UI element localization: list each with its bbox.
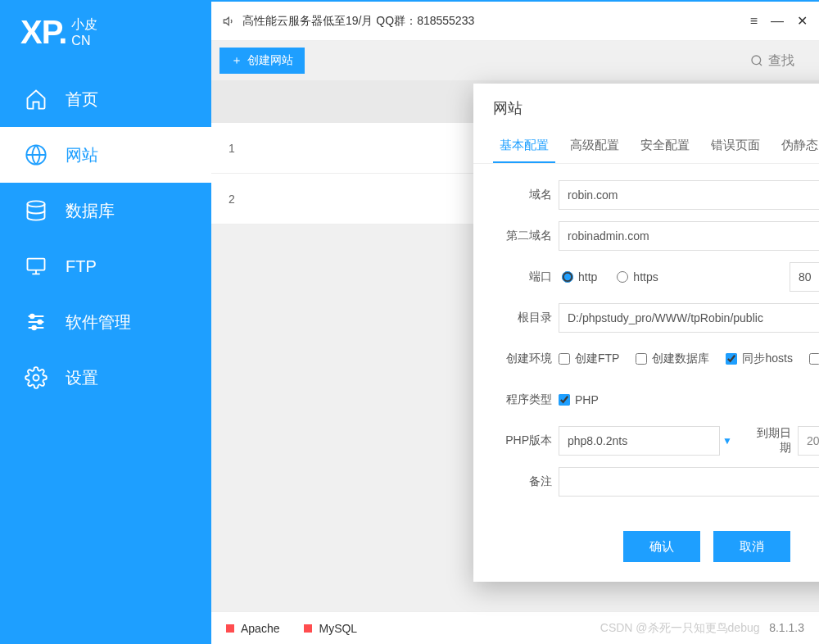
nav-label: 网站	[66, 144, 98, 166]
nav-database[interactable]: 数据库	[0, 183, 211, 238]
dropdown-icon: ▼	[722, 435, 732, 447]
radio-https[interactable]: https	[617, 270, 658, 283]
toolbar: ＋ 创建网站 查找	[211, 41, 819, 80]
main: 高性能云服务器低至19/月 QQ群：818555233 ≡ — ✕ ＋ 创建网站…	[211, 2, 819, 644]
label-phpver: PHP版本	[493, 433, 559, 448]
ftp-icon	[25, 255, 48, 278]
ok-button[interactable]: 确认	[623, 531, 700, 562]
nav-ftp[interactable]: FTP	[0, 238, 211, 294]
modal-body: 域名 第二域名 端口 http https 根目录	[473, 164, 819, 516]
announcement[interactable]: 高性能云服务器低至19/月 QQ群：818555233	[223, 14, 474, 29]
label-remark: 备注	[493, 474, 559, 489]
port-input[interactable]	[790, 262, 819, 292]
nav-label: 首页	[66, 88, 98, 111]
check-hosts[interactable]: 同步hosts	[726, 351, 792, 366]
tab-error[interactable]: 错误页面	[704, 129, 767, 163]
nav: 首页 网站 数据库 FTP 软件管理 设置	[0, 71, 211, 644]
nav-label: FTP	[66, 257, 97, 276]
gear-icon	[25, 366, 48, 389]
menu-icon[interactable]: ≡	[750, 14, 758, 29]
close-icon[interactable]: ✕	[797, 13, 808, 29]
remark-input[interactable]	[559, 467, 819, 497]
home-icon	[25, 88, 48, 111]
sidebar: XP. 小皮CN 首页 网站 数据库 FTP	[0, 2, 211, 644]
label-domain2: 第二域名	[493, 229, 559, 243]
create-label: 创建网站	[247, 53, 293, 68]
status-mysql: MySQL	[304, 622, 357, 635]
svg-rect-2	[28, 259, 45, 270]
logo-xp: XP.	[20, 14, 66, 51]
svg-point-6	[34, 375, 39, 381]
nav-label: 设置	[66, 367, 98, 389]
svg-point-5	[32, 326, 36, 330]
phpver-select[interactable]	[559, 426, 720, 456]
nav-home[interactable]: 首页	[0, 71, 211, 127]
label-port: 端口	[493, 270, 559, 284]
root-input[interactable]	[559, 303, 819, 333]
statusbar: Apache MySQL CSDN @杀死一只知更鸟debug 8.1.1.3	[211, 611, 819, 644]
logo: XP. 小皮CN	[0, 2, 211, 71]
nav-website[interactable]: 网站	[0, 127, 211, 183]
tab-security[interactable]: 安全配置	[634, 129, 696, 163]
nav-label: 数据库	[66, 200, 115, 222]
check-prod[interactable]: 生产环境	[809, 351, 819, 366]
modal-title: 网站	[473, 84, 819, 129]
svg-point-4	[38, 320, 42, 324]
website-modal: 网站 基本配置 高级配置 安全配置 错误页面 伪静态 其他 域名 第二域名	[473, 84, 819, 582]
check-ftp[interactable]: 创建FTP	[559, 351, 619, 366]
svg-point-1	[28, 201, 45, 206]
label-env: 创建环境	[493, 351, 559, 366]
speaker-icon	[223, 15, 236, 28]
database-icon	[25, 199, 48, 222]
status-dot-icon	[226, 624, 234, 633]
svg-point-7	[752, 56, 761, 65]
tab-rewrite[interactable]: 伪静态	[775, 129, 819, 163]
domain-input[interactable]	[559, 180, 819, 210]
status-dot-icon	[304, 624, 312, 633]
row-num: 1	[211, 142, 252, 155]
nav-label: 软件管理	[66, 311, 131, 333]
modal-tabs: 基本配置 高级配置 安全配置 错误页面 伪静态 其他	[473, 129, 819, 164]
logo-cn: 小皮CN	[71, 16, 97, 49]
search-icon	[750, 54, 763, 67]
tab-advanced[interactable]: 高级配置	[563, 129, 626, 163]
sliders-icon	[25, 311, 48, 333]
svg-point-3	[30, 315, 34, 319]
window-controls: ≡ — ✕	[750, 13, 808, 29]
tab-basic[interactable]: 基本配置	[493, 129, 555, 163]
minimize-icon[interactable]: —	[771, 14, 784, 29]
label-type: 程序类型	[493, 392, 559, 407]
nav-settings[interactable]: 设置	[0, 350, 211, 406]
expire-input[interactable]	[798, 426, 819, 456]
domain2-input[interactable]	[559, 221, 819, 251]
label-domain: 域名	[493, 188, 559, 202]
search-label: 查找	[768, 52, 794, 70]
label-expire: 到期日期	[740, 426, 798, 456]
row-num: 2	[211, 193, 252, 206]
watermark: CSDN @杀死一只知更鸟debug 8.1.1.3	[600, 621, 804, 636]
plus-icon: ＋	[231, 53, 242, 68]
modal-footer: 确认 取消	[473, 516, 819, 582]
cancel-button[interactable]: 取消	[713, 531, 790, 562]
label-root: 根目录	[493, 311, 559, 325]
check-php[interactable]: PHP	[559, 393, 599, 406]
status-apache: Apache	[226, 622, 279, 635]
globe-icon	[25, 143, 48, 166]
radio-http[interactable]: http	[562, 270, 597, 283]
topbar: 高性能云服务器低至19/月 QQ群：818555233 ≡ — ✕	[211, 2, 819, 41]
check-db[interactable]: 创建数据库	[636, 351, 709, 366]
nav-software[interactable]: 软件管理	[0, 294, 211, 350]
announcement-text: 高性能云服务器低至19/月 QQ群：818555233	[242, 14, 474, 29]
create-website-button[interactable]: ＋ 创建网站	[219, 48, 305, 74]
search-box[interactable]: 查找	[750, 52, 811, 70]
